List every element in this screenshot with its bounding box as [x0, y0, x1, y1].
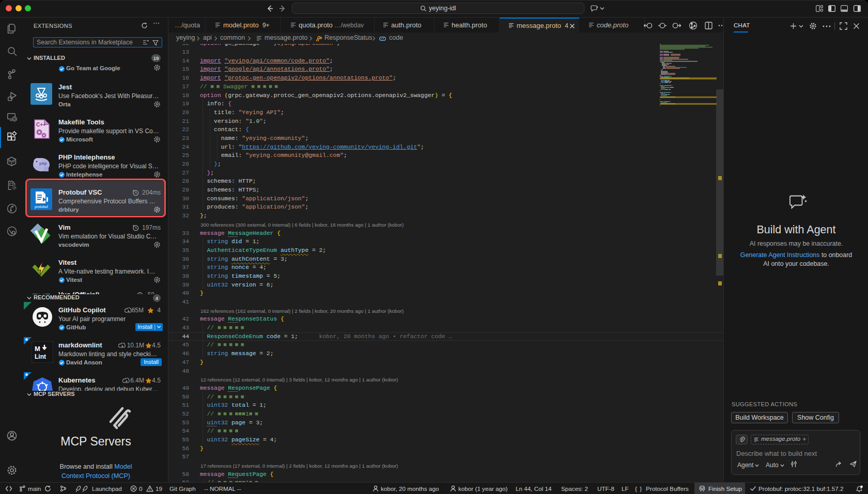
svg-text:php: php — [39, 161, 47, 166]
svg-text:C++: C++ — [36, 122, 46, 128]
svg-text:M: M — [35, 345, 40, 353]
svg-text:Lint: Lint — [35, 353, 46, 360]
